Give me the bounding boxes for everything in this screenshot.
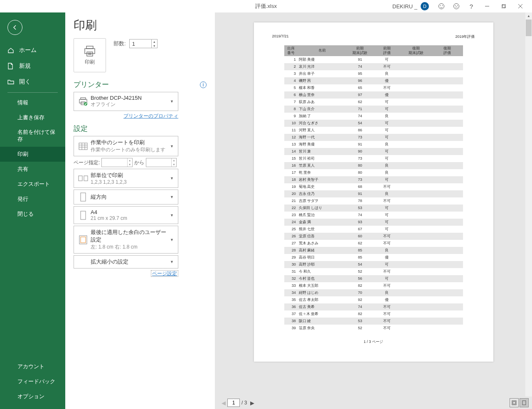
page-range: ページ指定: ▲▼ から ▲▼ (74, 158, 178, 167)
svg-rect-20 (79, 143, 87, 150)
table-row: 37佐々木 亜希82不可 (284, 310, 463, 318)
table-row: 18岩村 美智子73可 (284, 176, 463, 183)
nav-sub-item[interactable]: エクスポート (0, 177, 65, 192)
orientation-dropdown[interactable]: 縦方向 ▼ (74, 190, 178, 204)
minimize-button[interactable] (479, 0, 495, 12)
table-row: 21吉原 サダヲ78不可 (284, 197, 463, 204)
next-page-button[interactable]: ▶ (249, 399, 256, 407)
table-row: 16笠原 直人80良 (284, 162, 463, 169)
nav-sub-item[interactable]: 上書き保存 (0, 110, 65, 125)
close-button[interactable] (512, 0, 529, 12)
table-row: 38阪口 綾53不可 (284, 318, 463, 325)
table-row: 13海野 美優91良 (284, 141, 463, 148)
avatar[interactable]: D (421, 2, 429, 10)
smile-icon[interactable] (438, 3, 445, 10)
paper-icon (77, 211, 89, 220)
print-button[interactable]: 印刷 (74, 38, 106, 72)
show-margins-button[interactable] (510, 398, 519, 407)
collate-icon (77, 175, 89, 182)
print-panel: 印刷 印刷 部数: 1 ▲▼ プリンター i (65, 12, 215, 409)
table-row: 36佐古 美希74不可 (284, 303, 463, 310)
table-row: 25熊井 七世67可 (284, 226, 463, 233)
table-row: 26堂原 信吾60不可 (284, 233, 463, 240)
preview-page: 2019/7/21 2019年評価 出席番号名前前期期末試験前期評価後期期末試験… (254, 22, 493, 362)
table-row: 24金森 満93可 (284, 219, 463, 226)
scaling-dropdown[interactable]: 拡大縮小の設定 ▼ (74, 255, 178, 269)
table-row: 28高村 麻緒85良 (284, 247, 463, 254)
page-to-input[interactable]: ▲▼ (146, 158, 177, 167)
svg-rect-7 (502, 5, 505, 8)
help-icon[interactable]: ? (468, 3, 475, 10)
table-row: 32今村 晋也56可 (284, 275, 463, 282)
collate-dropdown[interactable]: 部単位で印刷1,2,3 1,2,3 1,2,3 ▼ (74, 169, 178, 188)
printer-dropdown[interactable]: Brother DCP-J4215N オフライン ▼ (74, 92, 178, 111)
portrait-icon (77, 192, 89, 202)
titlebar: 評価.xlsx DEKIRU _ D ? (0, 0, 532, 12)
table-row: 4磯野 茜96優 (284, 77, 463, 84)
frown-icon[interactable] (453, 3, 460, 10)
table-row: 1阿部 美優91可 (284, 56, 463, 63)
margins-icon (77, 235, 89, 244)
svg-point-1 (440, 5, 441, 6)
table-row: 27荒木 あさみ62不可 (284, 240, 463, 247)
copies-input[interactable]: 1 ▲▼ (129, 39, 158, 48)
col-header: 出席番号 (284, 45, 298, 56)
scroll-up[interactable]: ▲ (525, 12, 532, 19)
svg-point-3 (454, 4, 459, 9)
paper-size-dropdown[interactable]: A421 cm x 29.7 cm ▼ (74, 206, 178, 224)
svg-rect-33 (522, 401, 526, 405)
nav-sub-item[interactable]: 閉じる (0, 207, 65, 222)
svg-rect-11 (86, 46, 93, 49)
nav-open[interactable]: 開く (0, 74, 65, 90)
page-setup-link[interactable]: ページ設定 (151, 270, 178, 277)
copies-down[interactable]: ▼ (152, 44, 157, 48)
prev-page-button[interactable]: ◀ (220, 399, 227, 407)
info-icon[interactable]: i (200, 81, 207, 88)
nav-bottom-item[interactable]: フィードバック (0, 374, 65, 389)
svg-rect-32 (513, 402, 515, 404)
table-row: 12海野 一代73可 (284, 134, 463, 141)
nav-bottom-item[interactable]: アカウント (0, 359, 65, 374)
maximize-button[interactable] (495, 0, 512, 12)
printer-heading: プリンター i (74, 80, 207, 89)
home-icon (7, 47, 15, 54)
nav-divider (7, 92, 58, 93)
table-row: 9加納 了74良 (284, 113, 463, 120)
nav-sub-item[interactable]: 共有 (0, 162, 65, 177)
nav-sub-item[interactable]: 発行 (0, 192, 65, 207)
preview-footer: 1 / 3 ページ (272, 339, 475, 345)
copies-up[interactable]: ▲ (152, 39, 157, 44)
nav-home[interactable]: ホーム (0, 42, 65, 58)
table-row: 23橋爪 賢治74可 (284, 212, 463, 219)
table-row: 5榎本 和香65不可 (284, 84, 463, 91)
preview-table: 出席番号名前前期期末試験前期評価後期期末試験後期評価 1阿部 美優91可2哀川 … (284, 45, 463, 332)
total-pages: / 3 (241, 400, 247, 406)
table-row: 20吉永 佳乃91良 (284, 190, 463, 197)
username[interactable]: DEKIRU _ (392, 3, 417, 10)
svg-rect-13 (87, 52, 93, 56)
nav-sub-item[interactable]: 名前を付けて保存 (0, 125, 65, 147)
print-what-dropdown[interactable]: 作業中のシートを印刷作業中のシートのみを印刷します ▼ (74, 136, 178, 156)
zoom-page-button[interactable] (520, 398, 529, 407)
table-row: 35佐古 孝太郎92優 (284, 296, 463, 303)
table-row: 34紺野 はじめ70良 (284, 289, 463, 296)
margins-dropdown[interactable]: 最後に適用した余白のユーザー設定左: 1.8 cm 右: 1.8 cm ▼ (74, 226, 178, 254)
svg-point-5 (457, 5, 458, 6)
preview-date: 2019/7/21 (272, 34, 289, 39)
file-title: 評価.xlsx (255, 2, 277, 10)
current-page-input[interactable] (227, 399, 240, 407)
nav-sub-item[interactable]: 情報 (0, 95, 65, 110)
printer-properties-link[interactable]: プリンターのプロパティ (123, 113, 178, 119)
table-row: 8下山 良介71可 (284, 106, 463, 113)
page-from-input[interactable]: ▲▼ (101, 158, 132, 167)
table-row: 30高野 沙耶54可 (284, 261, 463, 268)
back-button[interactable] (7, 20, 22, 35)
svg-rect-27 (81, 193, 86, 201)
nav-sub-item[interactable]: 印刷 (0, 147, 65, 162)
scroll-thumb[interactable] (526, 20, 532, 36)
preview-scrollbar[interactable]: ▲ (525, 12, 532, 397)
nav-bottom-item[interactable]: オプション (0, 389, 65, 404)
nav-new[interactable]: 新規 (0, 58, 65, 74)
preview-title: 2019年評価 (455, 34, 475, 39)
settings-heading: 設定 (74, 124, 207, 133)
